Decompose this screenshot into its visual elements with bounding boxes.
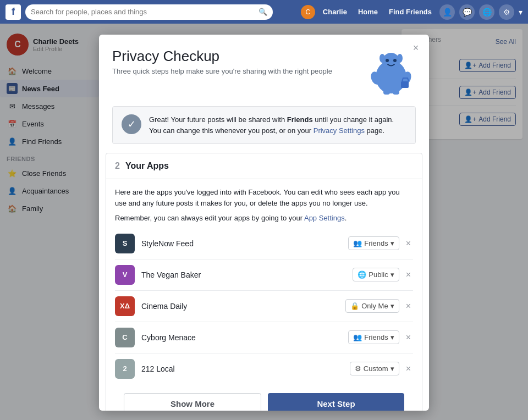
app-name: StyleNow Feed: [141, 239, 348, 248]
next-step-button[interactable]: Next Step: [268, 393, 404, 411]
app-name: Cyborg Menace: [141, 333, 348, 342]
app-icon: S: [115, 234, 135, 253]
app-row: SStyleNow Feed👥 Friends ▾×: [115, 228, 413, 259]
remove-app-button[interactable]: ×: [404, 299, 413, 313]
remove-app-button[interactable]: ×: [404, 268, 413, 282]
step2-desc1: Here are the apps you've logged into wit…: [115, 187, 413, 208]
modal-actions: Show More Next Step: [115, 384, 413, 411]
svg-point-3: [393, 59, 397, 62]
dropdown-arrow[interactable]: ▾: [519, 8, 522, 16]
mascot-illustration: [366, 48, 416, 97]
privacy-icon: 👥: [353, 239, 362, 247]
facebook-logo: f: [6, 4, 21, 20]
step2-number: 2: [115, 161, 120, 171]
app-row: VThe Vegan Baker🌐 Public ▾×: [115, 259, 413, 291]
step2-desc2: Remember, you can always edit your apps …: [115, 213, 413, 224]
chevron-down-icon: ▾: [391, 270, 394, 279]
avatar: C: [301, 5, 315, 19]
privacy-dropdown[interactable]: ⚙ Custom ▾: [350, 362, 399, 375]
chevron-down-icon: ▾: [391, 333, 394, 341]
remove-app-button[interactable]: ×: [404, 362, 413, 376]
app-name: The Vegan Baker: [141, 270, 353, 279]
topnav-right: C Charlie Home Find Friends 👤 💬 🌐 ⚙ ▾: [301, 4, 522, 20]
modal-overlay: × Privacy Checkup Three quick steps help…: [0, 24, 528, 420]
app-icon: C: [115, 328, 135, 347]
show-more-button[interactable]: Show More: [124, 393, 261, 411]
topnav-find-friends[interactable]: Find Friends: [386, 8, 435, 16]
chevron-down-icon: ▾: [391, 239, 394, 247]
close-button[interactable]: ×: [409, 41, 422, 54]
app-icon: XΔ: [115, 296, 135, 316]
svg-rect-8: [383, 89, 390, 95]
messages-icon[interactable]: 💬: [459, 4, 475, 20]
privacy-checkup-modal: × Privacy Checkup Three quick steps help…: [99, 35, 429, 411]
checkmark-icon: ✓: [122, 114, 141, 134]
topnav-username[interactable]: Charlie: [320, 8, 350, 16]
privacy-label: Public: [369, 270, 388, 279]
step1-banner: ✓ Great! Your future posts will be share…: [112, 106, 416, 144]
svg-point-1: [382, 53, 400, 70]
notifications-icon[interactable]: 👤: [439, 4, 455, 20]
privacy-label: Friends: [364, 239, 388, 247]
step1-text: Great! Your future posts will be shared …: [149, 114, 406, 136]
privacy-dropdown[interactable]: 👥 Friends ▾: [348, 330, 399, 344]
remove-app-button[interactable]: ×: [404, 330, 413, 345]
modal-title: Privacy Checkup: [112, 48, 366, 65]
remove-app-button[interactable]: ×: [404, 236, 413, 251]
privacy-icon: 🔒: [350, 302, 359, 310]
chevron-down-icon: ▾: [391, 302, 394, 310]
svg-rect-9: [393, 89, 399, 95]
search-input[interactable]: [31, 8, 258, 16]
app-row: CCyborg Menace👥 Friends ▾×: [115, 322, 413, 353]
app-rows: SStyleNow Feed👥 Friends ▾×VThe Vegan Bak…: [115, 228, 413, 384]
step2-header: 2 Your Apps: [106, 153, 422, 179]
svg-rect-10: [401, 81, 409, 88]
modal-header-text: Privacy Checkup Three quick steps help m…: [112, 48, 366, 75]
app-icon: V: [115, 265, 135, 285]
app-name: Cinema Daily: [141, 302, 345, 311]
globe-icon[interactable]: 🌐: [479, 4, 494, 20]
modal-subtitle: Three quick steps help make sure you're …: [112, 67, 366, 75]
app-name: 212 Local: [141, 364, 350, 373]
app-settings-link[interactable]: App Settings: [304, 214, 345, 222]
settings-icon[interactable]: ⚙: [499, 4, 514, 20]
step2-body: Here are the apps you've logged into wit…: [106, 179, 422, 411]
search-icon: 🔍: [258, 8, 267, 16]
svg-point-4: [380, 54, 385, 63]
privacy-dropdown[interactable]: 🔒 Only Me ▾: [345, 299, 399, 313]
privacy-icon: 🌐: [358, 270, 366, 279]
app-row: XΔCinema Daily🔒 Only Me ▾×: [115, 291, 413, 322]
svg-point-2: [386, 59, 389, 62]
privacy-settings-link[interactable]: Privacy Settings: [314, 126, 365, 135]
privacy-icon: 👥: [353, 333, 362, 341]
chevron-down-icon: ▾: [391, 364, 394, 373]
top-navigation: f 🔍 C Charlie Home Find Friends 👤 💬 🌐 ⚙ …: [0, 0, 528, 24]
privacy-icon: ⚙: [355, 364, 361, 373]
modal-header: Privacy Checkup Three quick steps help m…: [99, 35, 429, 97]
privacy-dropdown[interactable]: 🌐 Public ▾: [353, 268, 399, 281]
app-icon: 2: [115, 359, 135, 379]
svg-point-5: [397, 54, 403, 63]
privacy-label: Custom: [364, 364, 388, 373]
step2-title: Your Apps: [125, 161, 169, 171]
search-bar[interactable]: 🔍: [25, 4, 273, 20]
topnav-home[interactable]: Home: [355, 8, 381, 16]
step2-section: 2 Your Apps Here are the apps you've log…: [106, 153, 422, 411]
privacy-label: Only Me: [361, 302, 388, 310]
privacy-dropdown[interactable]: 👥 Friends ▾: [348, 236, 399, 250]
privacy-label: Friends: [364, 333, 388, 341]
app-row: 2212 Local⚙ Custom ▾×: [115, 353, 413, 384]
